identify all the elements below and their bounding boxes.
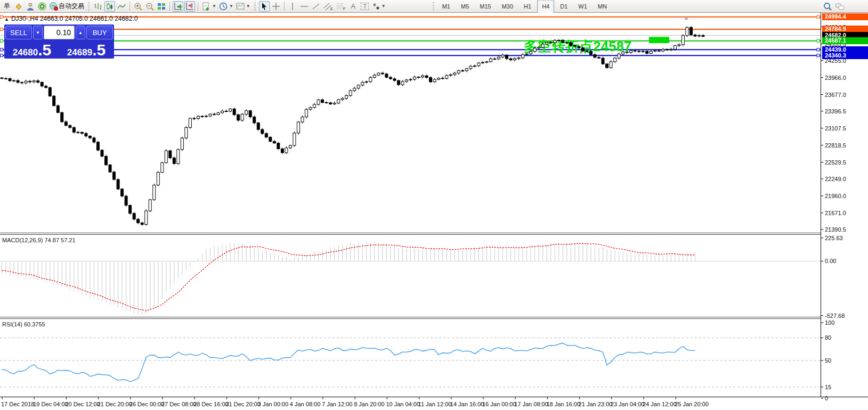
sell-button[interactable]: SELL [5,26,32,39]
timeframe-button-mn[interactable]: MN [593,0,612,13]
vertical-line-button[interactable] [287,1,298,12]
autoscroll-button[interactable] [173,1,183,12]
price-tick-label: 22529.5 [825,160,846,166]
chart-line-button[interactable] [116,1,127,12]
time-tick-label: 7 Jan 12:00 [322,401,353,407]
line-endpoint-marker [817,54,820,57]
time-tick-label: 27 Dec 08:00 [161,401,196,407]
sell-price[interactable]: 24680.5 [5,40,59,58]
vertical-line-icon [289,2,296,11]
history-center-button[interactable] [13,1,24,12]
horizontal-line-button[interactable] [299,1,310,12]
search-button[interactable] [822,1,833,12]
toolbar-grip[interactable] [88,2,90,11]
zoom-in-icon [133,2,143,11]
buy-price[interactable]: 24689.5 [60,40,113,58]
templates-button[interactable]: ▼ [235,1,251,12]
line-endpoint-marker [1,39,3,42]
svg-text:E: E [330,7,333,11]
autotrading-icon [49,2,59,11]
time-tick-label: 23 Jan 04:00 [611,401,645,407]
sell-price-frac: .5 [38,44,51,57]
timeframe-button-m30[interactable]: M30 [497,0,518,13]
timeframe-toolbar: M1M5M15M30H1H4D1W1MN [437,0,612,13]
line-endpoint-marker [1,54,3,57]
timeframe-button-h1[interactable]: H1 [519,0,536,13]
chart-bars-button[interactable] [93,1,103,12]
timeframe-button-w1[interactable]: W1 [573,0,592,13]
text-button[interactable]: A [348,1,359,12]
time-tick-label: 11 Jan 12:00 [418,401,452,407]
macd-tick-label: -527.68 [825,313,845,319]
toolbar-separator [284,2,285,11]
timeframe-button-m5[interactable]: M5 [456,0,474,13]
timeframe-button-m1[interactable]: M1 [437,0,455,13]
chart-shift-button[interactable] [184,1,195,12]
community-button[interactable] [37,1,47,12]
timeframe-button-h4[interactable]: H4 [537,0,554,13]
price-tick-label: 21960.0 [825,193,846,199]
indicators-button[interactable]: ▼ [201,1,217,12]
time-tick-label: 3 Jan 00:00 [258,401,289,407]
periods-button[interactable]: ▼ [218,1,234,12]
time-tick-label: 16 Jan 00:00 [482,401,516,407]
text-label-button[interactable]: T [360,1,370,12]
lot-input[interactable] [44,26,75,39]
chevron-down-icon: ▼ [229,4,233,9]
time-tick-label: 26 Dec 00:00 [129,401,164,407]
tile-windows-icon [157,2,166,11]
macd-tick-label: 0.00 [825,258,836,264]
chart-canvas[interactable]: 多空转折点24587 [0,13,868,410]
price-tick-label: 22249.0 [825,176,846,182]
price-badge: 24340.3 [822,52,868,59]
autotrading-button[interactable]: 自动交易 [48,1,85,12]
toolbar-separator [129,2,130,11]
rsi-tick-label: 80 [825,335,831,341]
cursor-icon [259,2,269,11]
clock-icon [218,2,228,11]
time-tick-label: 24 Jan 12:00 [643,401,677,407]
lot-increase-button[interactable]: ▲ [76,26,85,39]
chat-button[interactable] [834,1,846,12]
buy-button[interactable]: BUY [86,26,113,39]
price-tick-label: 23107.5 [825,126,846,132]
cursor-button[interactable] [259,1,270,12]
toolbar: 单 自动交易 ▼ ▼ ▼ E F A T ▼ M1M [0,0,868,13]
line-endpoint-marker [817,48,820,51]
crosshair-button[interactable] [271,1,281,12]
svg-text:F: F [343,7,345,11]
time-tick-label: 21 Jan 23:00 [579,401,613,407]
buy-price-main: 24689 [67,48,92,57]
zoom-out-button[interactable] [144,1,155,12]
toolbar-grip[interactable] [254,2,256,11]
text-icon: A [351,2,355,10]
toolbar-separator [198,2,198,11]
time-tick-label: 17 Jan 08:00 [514,401,548,407]
arrows-button[interactable]: ▼ [371,1,386,12]
trendline-button[interactable] [311,1,321,12]
contacts-button[interactable] [25,1,36,12]
chart-candles-button[interactable] [104,1,115,12]
zoom-in-button[interactable] [133,1,143,12]
new-order-button[interactable]: 单 [2,1,12,12]
lot-decrease-button[interactable]: ▼ [33,26,43,39]
toolbar-grip[interactable] [433,2,434,11]
equidistant-channel-button[interactable]: E [322,1,334,12]
line-endpoint-marker [1,48,3,51]
community-icon [37,2,47,11]
fibonacci-button[interactable]: F [335,1,347,12]
price-tick-label: 22818.5 [825,143,846,149]
timeframe-button-m15[interactable]: M15 [475,0,496,13]
time-tick-label: 28 Dec 16:00 [193,401,228,407]
chart-shift-icon [185,2,194,11]
trendline-icon [311,2,321,11]
green-rectangle-object[interactable] [649,37,669,43]
rsi-tick-label: 0 [825,396,828,401]
chart-window: 多空转折点24587 ▲DJ30-,H4 24663.0 24705.0 246… [0,13,868,410]
history-center-icon [14,2,23,11]
line-chart-icon [117,2,126,11]
chart-title-row: ▲DJ30-,H4 24663.0 24705.0 24661.0 24682.… [4,15,137,22]
timeframe-button-d1[interactable]: D1 [555,0,572,13]
chevron-down-icon: ▼ [246,4,250,9]
tile-windows-button[interactable] [156,1,167,12]
